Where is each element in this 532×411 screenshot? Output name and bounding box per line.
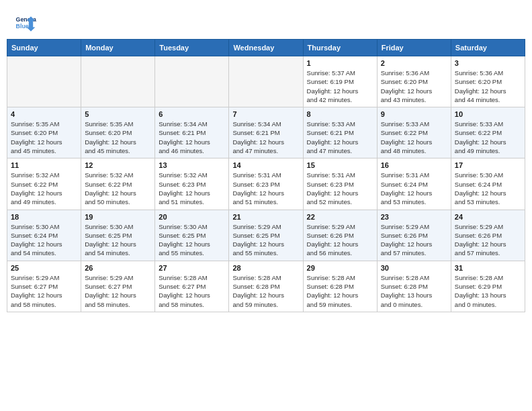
day-number: 10 (455, 110, 521, 118)
calendar-week-row: 18Sunrise: 5:30 AM Sunset: 6:24 PM Dayli… (7, 210, 525, 261)
calendar-day-cell: 18Sunrise: 5:30 AM Sunset: 6:24 PM Dayli… (7, 210, 81, 261)
day-info: Sunrise: 5:37 AM Sunset: 6:19 PM Dayligh… (307, 68, 373, 104)
weekday-header-row: SundayMondayTuesdayWednesdayThursdayFrid… (7, 40, 525, 56)
day-info: Sunrise: 5:28 AM Sunset: 6:28 PM Dayligh… (381, 273, 447, 309)
weekday-header-thursday: Thursday (303, 40, 377, 56)
day-info: Sunrise: 5:30 AM Sunset: 6:24 PM Dayligh… (11, 222, 77, 258)
day-number: 21 (232, 213, 299, 221)
calendar-day-cell: 6Sunrise: 5:34 AM Sunset: 6:21 PM Daylig… (155, 107, 229, 158)
day-info: Sunrise: 5:32 AM Sunset: 6:22 PM Dayligh… (11, 171, 77, 206)
calendar-day-cell: 10Sunrise: 5:33 AM Sunset: 6:22 PM Dayli… (451, 107, 525, 158)
calendar-day-cell (81, 56, 155, 107)
day-number: 2 (381, 59, 447, 67)
logo: General Blue (15, 12, 36, 34)
day-info: Sunrise: 5:33 AM Sunset: 6:21 PM Dayligh… (307, 120, 373, 155)
day-number: 7 (232, 110, 299, 118)
calendar-week-row: 1Sunrise: 5:37 AM Sunset: 6:19 PM Daylig… (7, 56, 525, 107)
weekday-header-friday: Friday (377, 40, 451, 56)
calendar-day-cell: 23Sunrise: 5:29 AM Sunset: 6:26 PM Dayli… (377, 210, 451, 261)
svg-text:Blue: Blue (16, 23, 29, 30)
day-info: Sunrise: 5:28 AM Sunset: 6:28 PM Dayligh… (232, 273, 299, 309)
calendar-day-cell: 16Sunrise: 5:31 AM Sunset: 6:24 PM Dayli… (377, 158, 451, 210)
day-info: Sunrise: 5:31 AM Sunset: 6:24 PM Dayligh… (381, 171, 447, 206)
day-info: Sunrise: 5:29 AM Sunset: 6:26 PM Dayligh… (455, 222, 521, 258)
day-number: 14 (232, 161, 299, 169)
day-number: 30 (381, 264, 447, 272)
calendar-day-cell (155, 56, 229, 107)
calendar-day-cell: 15Sunrise: 5:31 AM Sunset: 6:23 PM Dayli… (303, 158, 377, 210)
calendar-week-row: 4Sunrise: 5:35 AM Sunset: 6:20 PM Daylig… (7, 107, 525, 158)
calendar-day-cell: 21Sunrise: 5:29 AM Sunset: 6:25 PM Dayli… (229, 210, 303, 261)
day-number: 5 (85, 110, 151, 118)
weekday-header-monday: Monday (81, 40, 155, 56)
day-info: Sunrise: 5:35 AM Sunset: 6:20 PM Dayligh… (85, 120, 151, 155)
day-number: 15 (307, 161, 373, 169)
calendar-day-cell: 7Sunrise: 5:34 AM Sunset: 6:21 PM Daylig… (229, 107, 303, 158)
day-info: Sunrise: 5:36 AM Sunset: 6:20 PM Dayligh… (455, 68, 521, 104)
logo-icon: General Blue (15, 12, 36, 34)
day-number: 25 (11, 264, 77, 272)
day-info: Sunrise: 5:28 AM Sunset: 6:27 PM Dayligh… (159, 273, 225, 309)
day-info: Sunrise: 5:29 AM Sunset: 6:26 PM Dayligh… (381, 222, 447, 258)
day-info: Sunrise: 5:30 AM Sunset: 6:24 PM Dayligh… (455, 171, 521, 206)
calendar-day-cell: 2Sunrise: 5:36 AM Sunset: 6:20 PM Daylig… (377, 56, 451, 107)
calendar-week-row: 25Sunrise: 5:29 AM Sunset: 6:27 PM Dayli… (7, 261, 525, 312)
calendar-day-cell: 1Sunrise: 5:37 AM Sunset: 6:19 PM Daylig… (303, 56, 377, 107)
calendar-day-cell: 19Sunrise: 5:30 AM Sunset: 6:25 PM Dayli… (81, 210, 155, 261)
day-number: 27 (159, 264, 225, 272)
day-info: Sunrise: 5:29 AM Sunset: 6:26 PM Dayligh… (307, 222, 373, 258)
calendar-week-row: 11Sunrise: 5:32 AM Sunset: 6:22 PM Dayli… (7, 158, 525, 210)
day-number: 11 (11, 161, 77, 169)
day-info: Sunrise: 5:33 AM Sunset: 6:22 PM Dayligh… (381, 120, 447, 155)
day-number: 28 (232, 264, 299, 272)
day-info: Sunrise: 5:32 AM Sunset: 6:23 PM Dayligh… (159, 171, 225, 206)
day-info: Sunrise: 5:30 AM Sunset: 6:25 PM Dayligh… (159, 222, 225, 258)
calendar-day-cell: 17Sunrise: 5:30 AM Sunset: 6:24 PM Dayli… (451, 158, 525, 210)
calendar-day-cell: 28Sunrise: 5:28 AM Sunset: 6:28 PM Dayli… (229, 261, 303, 312)
calendar-day-cell: 29Sunrise: 5:28 AM Sunset: 6:28 PM Dayli… (303, 261, 377, 312)
day-info: Sunrise: 5:33 AM Sunset: 6:22 PM Dayligh… (455, 120, 521, 155)
calendar-day-cell: 8Sunrise: 5:33 AM Sunset: 6:21 PM Daylig… (303, 107, 377, 158)
calendar-day-cell (229, 56, 303, 107)
day-number: 20 (159, 213, 225, 221)
day-number: 26 (85, 264, 151, 272)
day-number: 13 (159, 161, 225, 169)
day-number: 3 (455, 59, 521, 67)
day-info: Sunrise: 5:28 AM Sunset: 6:29 PM Dayligh… (455, 273, 521, 309)
calendar-day-cell: 27Sunrise: 5:28 AM Sunset: 6:27 PM Dayli… (155, 261, 229, 312)
calendar-day-cell: 26Sunrise: 5:29 AM Sunset: 6:27 PM Dayli… (81, 261, 155, 312)
day-number: 16 (381, 161, 447, 169)
day-number: 19 (85, 213, 151, 221)
day-number: 29 (307, 264, 373, 272)
day-number: 12 (85, 161, 151, 169)
day-info: Sunrise: 5:31 AM Sunset: 6:23 PM Dayligh… (232, 171, 299, 206)
day-info: Sunrise: 5:28 AM Sunset: 6:28 PM Dayligh… (307, 273, 373, 309)
calendar-day-cell: 22Sunrise: 5:29 AM Sunset: 6:26 PM Dayli… (303, 210, 377, 261)
calendar-day-cell: 31Sunrise: 5:28 AM Sunset: 6:29 PM Dayli… (451, 261, 525, 312)
calendar-day-cell: 24Sunrise: 5:29 AM Sunset: 6:26 PM Dayli… (451, 210, 525, 261)
weekday-header-tuesday: Tuesday (155, 40, 229, 56)
weekday-header-sunday: Sunday (7, 40, 81, 56)
day-number: 17 (455, 161, 521, 169)
day-info: Sunrise: 5:29 AM Sunset: 6:25 PM Dayligh… (232, 222, 299, 258)
calendar-day-cell (7, 56, 81, 107)
calendar-day-cell: 30Sunrise: 5:28 AM Sunset: 6:28 PM Dayli… (377, 261, 451, 312)
day-number: 4 (11, 110, 77, 118)
calendar-day-cell: 25Sunrise: 5:29 AM Sunset: 6:27 PM Dayli… (7, 261, 81, 312)
day-info: Sunrise: 5:32 AM Sunset: 6:22 PM Dayligh… (85, 171, 151, 206)
calendar-day-cell: 20Sunrise: 5:30 AM Sunset: 6:25 PM Dayli… (155, 210, 229, 261)
day-info: Sunrise: 5:36 AM Sunset: 6:20 PM Dayligh… (381, 68, 447, 104)
calendar-day-cell: 5Sunrise: 5:35 AM Sunset: 6:20 PM Daylig… (81, 107, 155, 158)
day-info: Sunrise: 5:34 AM Sunset: 6:21 PM Dayligh… (232, 120, 299, 155)
day-number: 6 (159, 110, 225, 118)
calendar-day-cell: 14Sunrise: 5:31 AM Sunset: 6:23 PM Dayli… (229, 158, 303, 210)
calendar-table: SundayMondayTuesdayWednesdayThursdayFrid… (7, 39, 525, 312)
day-info: Sunrise: 5:30 AM Sunset: 6:25 PM Dayligh… (85, 222, 151, 258)
day-number: 18 (11, 213, 77, 221)
day-info: Sunrise: 5:29 AM Sunset: 6:27 PM Dayligh… (11, 273, 77, 309)
calendar-day-cell: 3Sunrise: 5:36 AM Sunset: 6:20 PM Daylig… (451, 56, 525, 107)
day-number: 24 (455, 213, 521, 221)
day-number: 23 (381, 213, 447, 221)
weekday-header-saturday: Saturday (451, 40, 525, 56)
day-number: 22 (307, 213, 373, 221)
